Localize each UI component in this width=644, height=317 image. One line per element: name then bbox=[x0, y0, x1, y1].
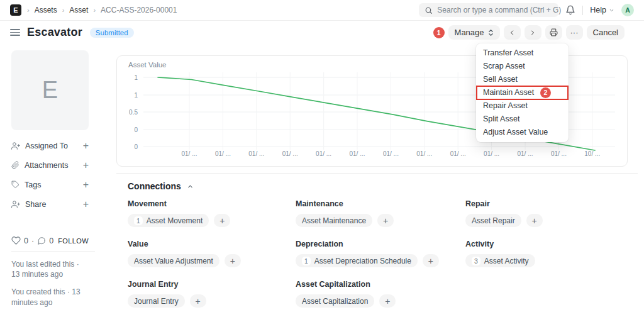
connection-link-asset-maintenance[interactable]: Asset Maintenance bbox=[296, 214, 372, 227]
menu-item-maintain-asset[interactable]: Maintain Asset2 bbox=[476, 86, 569, 99]
manage-label: Manage bbox=[455, 28, 484, 37]
page-title: Escavator bbox=[27, 26, 82, 39]
next-button[interactable] bbox=[525, 25, 541, 40]
y-tick-label: 1 bbox=[134, 92, 138, 99]
tag-icon bbox=[11, 181, 19, 189]
add-connection-button[interactable]: + bbox=[377, 214, 394, 227]
connection-group-movement: Movement1Asset Movement+ bbox=[128, 199, 296, 227]
connection-count-badge: 1 bbox=[134, 216, 143, 225]
x-tick-label: 01/ ... bbox=[181, 150, 197, 157]
sidebar-divider bbox=[11, 251, 95, 252]
manage-button[interactable]: Manage bbox=[448, 25, 500, 40]
connection-link-asset-depreciation-schedule[interactable]: 1Asset Depreciation Schedule bbox=[296, 254, 418, 267]
connection-group-label: Repair bbox=[465, 199, 638, 208]
menu-item-adjust-asset-value[interactable]: Adjust Asset Value bbox=[476, 126, 569, 139]
x-tick-label: 01/ ... bbox=[248, 150, 264, 157]
collapse-chevron-icon[interactable] bbox=[187, 183, 194, 190]
menu-item-transfer-asset[interactable]: Transfer Asset bbox=[476, 47, 569, 60]
connection-link-asset-repair[interactable]: Asset Repair bbox=[465, 214, 521, 227]
add-connection-button[interactable]: + bbox=[225, 254, 241, 267]
breadcrumb-item[interactable]: ACC-ASS-2026-00001 bbox=[101, 6, 177, 14]
x-tick-label: 01/ ... bbox=[383, 150, 399, 157]
sidebar-item-label: Share bbox=[25, 200, 78, 209]
connection-link-asset-activity[interactable]: 3Asset Activity bbox=[465, 254, 535, 267]
add-connection-button[interactable]: + bbox=[214, 214, 230, 227]
plus-icon[interactable]: + bbox=[83, 141, 89, 151]
page-header: Escavator Submitted 1 Manage ··· Cancel bbox=[0, 21, 644, 44]
cancel-button[interactable]: Cancel bbox=[587, 25, 625, 40]
manage-dropdown-menu: Transfer AssetScrap AssetSell AssetMaint… bbox=[476, 43, 569, 142]
menu-item-sell-asset[interactable]: Sell Asset bbox=[476, 73, 569, 86]
connection-link-asset-capitalization[interactable]: Asset Capitalization bbox=[296, 294, 374, 308]
chevron-down-icon bbox=[609, 8, 614, 13]
assigned-to-icon bbox=[11, 142, 20, 150]
connection-group-label: Value bbox=[128, 240, 296, 248]
annotation-circle-2: 2 bbox=[540, 87, 551, 98]
breadcrumb: ›Assets›Asset›ACC-ASS-2026-00001 bbox=[27, 6, 177, 14]
sidebar-item-assigned-to[interactable]: Assigned To+ bbox=[11, 136, 89, 155]
connection-link-asset-value-adjustment[interactable]: Asset Value Adjustment bbox=[128, 254, 219, 267]
breadcrumb-item[interactable]: Asset bbox=[69, 6, 88, 14]
add-connection-button[interactable]: + bbox=[379, 294, 396, 308]
more-actions-button[interactable]: ··· bbox=[566, 25, 583, 40]
plus-icon[interactable]: + bbox=[83, 160, 89, 170]
last-edited-text: You last edited this · 13 minutes ago bbox=[11, 259, 89, 279]
print-button[interactable] bbox=[545, 25, 562, 40]
add-connection-button[interactable]: + bbox=[526, 214, 543, 227]
connection-link-asset-movement[interactable]: 1Asset Movement bbox=[128, 214, 209, 227]
avatar[interactable]: A bbox=[621, 4, 634, 16]
status-badge: Submitted bbox=[90, 28, 134, 38]
add-connection-button[interactable]: + bbox=[190, 294, 206, 308]
help-menu[interactable]: Help bbox=[590, 6, 614, 14]
annotation-circle-1: 1 bbox=[433, 27, 445, 38]
connection-group-label: Depreciation bbox=[296, 240, 465, 248]
comments-count: 0 bbox=[49, 236, 53, 245]
bell-icon[interactable] bbox=[565, 5, 575, 15]
menu-item-repair-asset[interactable]: Repair Asset bbox=[476, 99, 569, 113]
asset-image-placeholder[interactable]: E bbox=[11, 50, 89, 130]
connection-group-journal-entry: Journal EntryJournal Entry+ bbox=[128, 280, 296, 308]
plus-icon[interactable]: + bbox=[83, 199, 89, 209]
connection-group-label: Asset Capitalization bbox=[296, 280, 465, 289]
form-sidebar: E Assigned To+Attachments+Tags+Share+ 0 … bbox=[0, 44, 116, 317]
header-actions: 1 Manage ··· Cancel bbox=[433, 25, 625, 40]
menu-item-split-asset[interactable]: Split Asset bbox=[476, 113, 569, 126]
share-icon bbox=[11, 200, 20, 209]
navbar-divider bbox=[582, 6, 583, 15]
connection-link-label: Asset Depreciation Schedule bbox=[314, 257, 411, 265]
created-text: You created this · 13 minutes ago bbox=[11, 287, 89, 307]
sidebar-item-label: Tags bbox=[25, 181, 78, 189]
connection-count-badge: 1 bbox=[302, 257, 311, 265]
follow-button[interactable]: FOLLOW bbox=[58, 237, 89, 245]
heart-icon[interactable] bbox=[11, 236, 21, 245]
connection-pill-row: Asset Repair+ bbox=[465, 214, 638, 227]
connection-link-label: Asset Maintenance bbox=[302, 216, 366, 225]
comment-icon[interactable] bbox=[37, 236, 46, 245]
connection-pill-row: 3Asset Activity bbox=[465, 254, 638, 267]
ellipsis-icon: ··· bbox=[570, 28, 579, 37]
connection-link-journal-entry[interactable]: Journal Entry bbox=[128, 294, 185, 308]
sidebar-item-share[interactable]: Share+ bbox=[11, 194, 89, 214]
search-input[interactable]: Search or type a command (Ctrl + G) bbox=[419, 3, 558, 17]
connection-pill-row: Journal Entry+ bbox=[128, 294, 296, 308]
x-tick-label: 10/ ... bbox=[584, 150, 600, 157]
sidebar-toggle-icon[interactable] bbox=[10, 29, 20, 36]
prev-button[interactable] bbox=[504, 25, 521, 40]
connection-link-label: Asset Movement bbox=[147, 216, 203, 225]
y-tick-label: 0 bbox=[134, 143, 138, 150]
top-navbar: E ›Assets›Asset›ACC-ASS-2026-00001 Searc… bbox=[0, 0, 644, 21]
connection-pill-row: Asset Maintenance+ bbox=[296, 214, 465, 227]
printer-icon bbox=[550, 28, 558, 36]
add-connection-button[interactable]: + bbox=[423, 254, 439, 267]
app-logo[interactable]: E bbox=[10, 4, 21, 16]
sidebar-item-tags[interactable]: Tags+ bbox=[11, 175, 89, 194]
connection-group-value: ValueAsset Value Adjustment+ bbox=[128, 240, 296, 267]
menu-item-scrap-asset[interactable]: Scrap Asset bbox=[476, 60, 569, 73]
connection-count-badge: 3 bbox=[472, 257, 480, 265]
x-tick-label: 01/ ... bbox=[484, 150, 499, 157]
breadcrumb-item[interactable]: Assets bbox=[35, 6, 57, 14]
plus-icon[interactable]: + bbox=[83, 180, 89, 190]
connection-link-label: Asset Capitalization bbox=[302, 297, 368, 306]
sidebar-item-attachments[interactable]: Attachments+ bbox=[11, 155, 89, 175]
connections-title: Connections bbox=[128, 181, 181, 191]
